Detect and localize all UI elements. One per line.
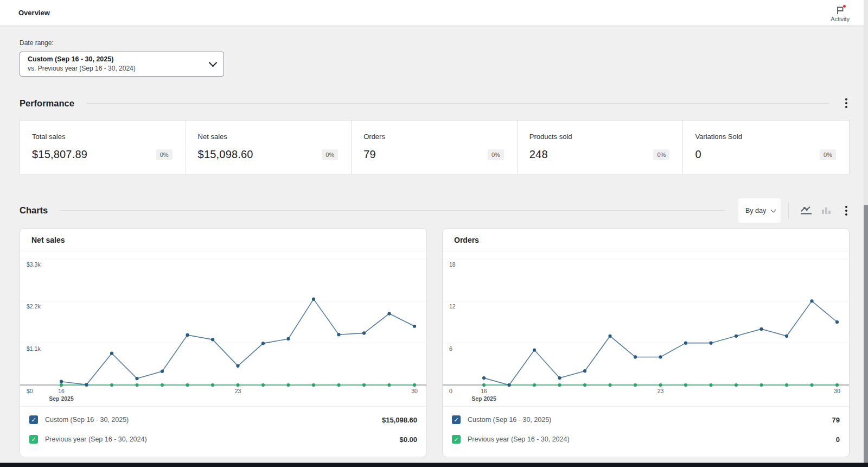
data-point[interactable] <box>110 383 113 387</box>
legend-row-previous[interactable]: ✓ Previous year (Sep 16 - 30, 2024) $0.0… <box>20 430 426 449</box>
y-tick-label: $3.3k <box>27 261 41 268</box>
data-point[interactable] <box>634 355 637 358</box>
bar-chart-icon[interactable] <box>817 203 835 218</box>
data-point[interactable] <box>659 355 662 358</box>
activity-label: Activity <box>831 16 850 22</box>
data-point[interactable] <box>337 383 340 387</box>
data-point[interactable] <box>135 383 138 387</box>
divider-line <box>60 210 724 211</box>
data-point[interactable] <box>211 383 214 387</box>
data-point[interactable] <box>387 312 391 315</box>
data-point[interactable] <box>60 383 63 387</box>
data-point[interactable] <box>413 325 416 328</box>
date-range-dropdown[interactable]: Custom (Sep 16 - 30, 2025) vs. Previous … <box>20 52 224 77</box>
data-point[interactable] <box>760 327 763 331</box>
legend-label: Custom (Sep 16 - 30, 2025) <box>468 416 832 424</box>
data-point[interactable] <box>634 383 637 387</box>
data-point[interactable] <box>558 383 561 387</box>
legend-value: 0 <box>836 436 840 444</box>
data-point[interactable] <box>785 383 788 387</box>
data-point[interactable] <box>387 383 391 387</box>
data-point[interactable] <box>659 383 662 387</box>
stat-card-variations-sold[interactable]: Variations Sold 0 0% <box>683 121 849 174</box>
data-point[interactable] <box>161 383 164 387</box>
stat-card-products-sold[interactable]: Products sold 248 0% <box>518 121 684 174</box>
stat-card-orders[interactable]: Orders 79 0% <box>352 121 518 174</box>
data-point[interactable] <box>735 383 738 387</box>
data-point[interactable] <box>533 383 536 387</box>
stat-label: Orders <box>363 132 504 141</box>
data-point[interactable] <box>785 335 788 338</box>
data-point[interactable] <box>85 383 88 386</box>
interval-select[interactable]: By day <box>738 198 781 223</box>
data-point[interactable] <box>312 298 315 301</box>
data-point[interactable] <box>709 342 712 345</box>
scrollbar-thumb[interactable] <box>864 205 868 463</box>
data-point[interactable] <box>735 335 738 338</box>
data-point[interactable] <box>507 383 510 387</box>
data-point[interactable] <box>583 383 586 387</box>
flag-icon <box>835 5 846 15</box>
data-point[interactable] <box>211 338 214 341</box>
data-point[interactable] <box>810 383 813 387</box>
data-point[interactable] <box>186 383 189 387</box>
data-point[interactable] <box>482 376 486 380</box>
legend-row-previous[interactable]: ✓ Previous year (Sep 16 - 30, 2024) 0 <box>443 430 849 449</box>
chart-card-header: Orders <box>443 229 849 251</box>
divider-line <box>86 103 829 104</box>
checkbox-checked-icon[interactable]: ✓ <box>452 415 461 424</box>
data-point[interactable] <box>608 335 611 338</box>
data-point[interactable] <box>684 342 687 345</box>
legend-row-current[interactable]: ✓ Custom (Sep 16 - 30, 2025) $15,098.60 <box>20 410 426 430</box>
chart-card-header: Net sales <box>20 229 426 251</box>
data-point[interactable] <box>337 333 340 336</box>
legend-label: Custom (Sep 16 - 30, 2025) <box>45 416 382 424</box>
data-point[interactable] <box>760 383 763 387</box>
data-point[interactable] <box>236 364 239 368</box>
data-point[interactable] <box>261 383 265 387</box>
data-point[interactable] <box>312 383 315 387</box>
data-point[interactable] <box>60 380 63 383</box>
data-point[interactable] <box>482 383 486 387</box>
data-point[interactable] <box>186 333 189 337</box>
data-point[interactable] <box>362 383 366 387</box>
kebab-menu-icon[interactable] <box>843 204 850 218</box>
data-point[interactable] <box>709 383 712 387</box>
data-point[interactable] <box>835 383 839 387</box>
legend-row-current[interactable]: ✓ Custom (Sep 16 - 30, 2025) 79 <box>443 410 849 430</box>
stat-value: $15,807.89 <box>32 148 87 161</box>
date-range-selected: Custom (Sep 16 - 30, 2025) vs. Previous … <box>28 55 136 73</box>
data-point[interactable] <box>236 383 239 387</box>
checkbox-checked-icon[interactable]: ✓ <box>29 435 38 444</box>
data-point[interactable] <box>583 369 586 373</box>
data-point[interactable] <box>608 383 611 387</box>
data-point[interactable] <box>286 383 290 387</box>
stat-value: 248 <box>529 148 548 161</box>
data-point[interactable] <box>533 348 536 351</box>
data-point[interactable] <box>810 299 813 302</box>
activity-button[interactable]: Activity <box>831 5 850 22</box>
date-range-secondary: vs. Previous year (Sep 16 - 30, 2024) <box>28 64 136 73</box>
data-point[interactable] <box>161 370 164 373</box>
data-point[interactable] <box>413 383 416 387</box>
y-tick-label: $1.1k <box>27 345 41 352</box>
data-point[interactable] <box>261 342 265 345</box>
top-header-bar: Overview Activity <box>0 0 868 26</box>
charts-section: Charts By day <box>20 198 850 457</box>
data-point[interactable] <box>135 377 138 380</box>
stat-label: Products sold <box>529 132 670 141</box>
data-point[interactable] <box>558 376 561 380</box>
line-chart-icon[interactable] <box>796 203 817 218</box>
chart-legend: ✓ Custom (Sep 16 - 30, 2025) $15,098.60 … <box>20 406 426 457</box>
data-point[interactable] <box>684 383 687 387</box>
checkbox-checked-icon[interactable]: ✓ <box>452 435 461 444</box>
data-point[interactable] <box>362 331 366 335</box>
stat-card-total-sales[interactable]: Total sales $15,807.89 0% <box>20 121 186 174</box>
data-point[interactable] <box>286 337 290 340</box>
data-point[interactable] <box>110 352 113 355</box>
page-scrollbar[interactable] <box>864 0 868 467</box>
checkbox-checked-icon[interactable]: ✓ <box>29 415 38 424</box>
stat-card-net-sales[interactable]: Net sales $15,098.60 0% <box>186 121 352 174</box>
kebab-menu-icon[interactable] <box>843 96 850 110</box>
data-point[interactable] <box>835 320 839 324</box>
